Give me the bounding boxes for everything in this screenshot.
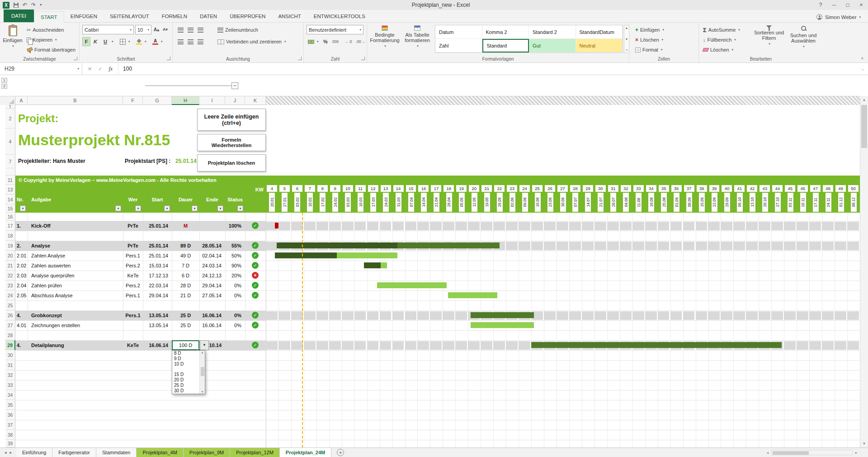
align-top-button[interactable]: [176, 25, 185, 34]
filter-button-F[interactable]: ▾: [135, 205, 141, 211]
row-header-27[interactable]: 27: [5, 320, 15, 330]
excel-logo-icon[interactable]: X: [3, 2, 9, 9]
font-family-select[interactable]: Calibri▾: [82, 25, 134, 34]
column-header-H[interactable]: H: [172, 96, 199, 105]
column-header-J[interactable]: J: [225, 96, 245, 105]
ribbon-tab-start[interactable]: START: [34, 11, 64, 23]
cell-nr[interactable]: 4.01: [17, 320, 28, 330]
insert-function-icon[interactable]: fx: [108, 66, 113, 72]
cell-dauer[interactable]: 89 D: [172, 241, 199, 251]
cell-start[interactable]: 29.04.14: [143, 290, 170, 300]
outline-level-2-button[interactable]: 2: [1, 84, 7, 89]
ribbon-tab-überprüfen[interactable]: ÜBERPRÜFEN: [223, 11, 272, 22]
format-as-table-button[interactable]: Als Tabelle formatieren ▾: [401, 24, 433, 48]
font-dialog-launcher-icon[interactable]: [167, 57, 170, 60]
cell-status[interactable]: 100%: [225, 221, 243, 231]
column-header-B[interactable]: B: [28, 96, 123, 105]
cell-status[interactable]: 0%: [225, 290, 243, 300]
filter-button-I[interactable]: ▾: [217, 205, 223, 211]
sheet-tab-projektplan_9m[interactable]: Projektplan_9M: [184, 448, 230, 457]
scroll-up-icon[interactable]: ▲: [860, 96, 868, 104]
cell-dauer[interactable]: 25 D: [172, 310, 199, 320]
cut-button[interactable]: ✂Ausschneiden: [25, 25, 65, 34]
horizontal-scrollbar[interactable]: ◂ ▸: [765, 448, 868, 457]
scroll-up-icon[interactable]: ▲: [200, 351, 205, 354]
conditional-formatting-button[interactable]: Bedingte Formatierung ▾: [369, 24, 401, 48]
merge-center-button[interactable]: Verbinden und zentrieren▾: [216, 37, 287, 46]
gallery-scroll[interactable]: ▲▼≡: [624, 25, 629, 53]
fill-button[interactable]: ↓Füllbereich▾: [702, 35, 737, 44]
number-format-select[interactable]: Benutzerdefiniert▾: [307, 25, 363, 34]
outline-level-1-button[interactable]: 1: [1, 78, 7, 83]
cell-start[interactable]: 25.01.14: [143, 241, 170, 251]
sheet-tab-projektplan_24m[interactable]: Projektplan_24M: [280, 448, 331, 457]
scroll-down-icon[interactable]: ▼: [200, 390, 205, 393]
row-header-16[interactable]: 16: [5, 213, 15, 221]
clear-plan-button[interactable]: Projektplan löschen: [197, 154, 266, 171]
cell-aufgabe[interactable]: Analyse querprüfen: [31, 271, 122, 281]
collapse-group-button[interactable]: −: [231, 82, 238, 89]
restore-formulas-button[interactable]: Formeln Wiederherstellen: [197, 134, 266, 151]
cell-wer[interactable]: Pers.1: [123, 310, 143, 320]
maximize-button[interactable]: □: [841, 0, 854, 10]
style-standarddatum[interactable]: StandardDatum: [576, 25, 623, 39]
align-right-button[interactable]: [196, 37, 205, 46]
dropdown-scrollbar[interactable]: ▲▼: [199, 351, 205, 394]
align-middle-button[interactable]: [186, 25, 195, 34]
sort-filter-button[interactable]: Sortieren und Filtern ▾: [752, 24, 786, 46]
row-header-1[interactable]: 1: [5, 105, 15, 109]
cell-wer[interactable]: Pers.1: [123, 251, 143, 261]
row-header-37[interactable]: 37: [5, 420, 15, 430]
cell-start[interactable]: 16.06.14: [143, 340, 170, 350]
ribbon-tab-einfügen[interactable]: EINFÜGEN: [64, 11, 104, 22]
font-size-select[interactable]: 10▾: [135, 25, 151, 34]
row-header-7[interactable]: 7: [5, 155, 15, 168]
filter-button-B[interactable]: ▾: [115, 205, 121, 211]
align-left-button[interactable]: [176, 37, 185, 46]
minimize-button[interactable]: ─: [827, 0, 841, 10]
filter-button-G[interactable]: ▾: [164, 205, 170, 211]
sheet-nav-left-icon[interactable]: ◂: [5, 450, 7, 455]
validation-dropdown-list[interactable]: 8 D9 D10 D15 D20 D25 D30 D▲▼: [172, 350, 205, 394]
selected-cell-H29[interactable]: 100 D: [172, 340, 199, 350]
row-header-18[interactable]: 18: [5, 231, 15, 241]
cell-dauer[interactable]: 49 D: [172, 251, 199, 261]
style-komma-2[interactable]: Komma 2: [482, 25, 529, 39]
cell-start[interactable]: 25.01.14: [143, 221, 170, 231]
enter-icon[interactable]: ✓: [98, 66, 102, 72]
delete-cells-button[interactable]: ×Löschen▾: [634, 35, 665, 44]
insert-cells-button[interactable]: +Einfügen▾: [634, 25, 665, 34]
copy-button[interactable]: Kopieren▾: [25, 35, 58, 44]
cell-nr[interactable]: 2.: [17, 241, 28, 251]
cell-nr[interactable]: 2.02: [17, 261, 28, 271]
row-header-13[interactable]: 13: [5, 185, 15, 195]
row-header-15[interactable]: 15: [5, 205, 15, 213]
cell-nr[interactable]: 2.05: [17, 290, 28, 300]
row-header-17[interactable]: 17: [5, 221, 15, 231]
cell-ende[interactable]: 27.05.14: [199, 290, 223, 300]
row-header-35[interactable]: 35: [5, 400, 15, 410]
filter-button-H[interactable]: ▾: [192, 205, 198, 211]
sheet-tab-projektplan_12m[interactable]: Projektplan_12M: [230, 448, 280, 457]
cell-dauer[interactable]: 21 D: [172, 290, 199, 300]
style-standard[interactable]: Standard: [482, 39, 529, 52]
paste-button[interactable]: Einfügen ▾: [2, 24, 24, 48]
collapse-ribbon-icon[interactable]: ˄: [861, 56, 863, 61]
font-color-button[interactable]: A▾: [151, 37, 164, 46]
cell-aufgabe[interactable]: Zahlen auswerten: [31, 261, 122, 271]
cell-start[interactable]: 17.12.13: [143, 271, 170, 281]
cell-dauer[interactable]: M: [172, 221, 199, 231]
cell-ende[interactable]: 29.04.14: [199, 281, 223, 290]
row-header-19[interactable]: 19: [5, 241, 15, 251]
row-header-2[interactable]: 2: [5, 109, 15, 129]
cell-aufgabe[interactable]: Kick-Off: [31, 221, 122, 231]
clipboard-dialog-launcher-icon[interactable]: [74, 57, 77, 60]
cell-aufgabe[interactable]: Zeichnungen erstellen: [31, 320, 122, 330]
scroll-left-icon[interactable]: ◂: [765, 451, 770, 455]
cell-nr[interactable]: 2.03: [17, 271, 28, 281]
name-box[interactable]: H29 ▾: [0, 63, 82, 75]
column-header-K[interactable]: K: [245, 96, 266, 105]
cell-aufgabe[interactable]: Abschluss Analyse: [31, 290, 122, 300]
comma-style-button[interactable]: 000: [331, 37, 340, 46]
filter-button-A[interactable]: ▾: [20, 205, 26, 211]
